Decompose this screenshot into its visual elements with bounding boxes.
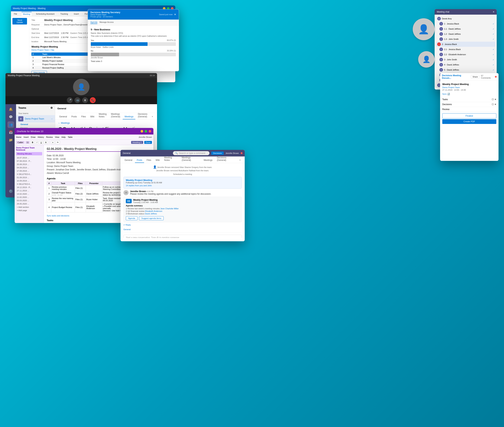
numbered-list-button[interactable]: ≔	[55, 141, 60, 144]
ribbon-insert[interactable]: Insert	[23, 136, 29, 138]
ribbon-review[interactable]: Review	[46, 136, 53, 138]
popup-tab-access[interactable]: Manage Access	[100, 21, 114, 24]
onenote-minimize[interactable]	[141, 130, 143, 132]
bold-button[interactable]: B	[30, 141, 35, 144]
tab-files[interactable]: Files	[79, 114, 88, 119]
font-size[interactable]: 11	[25, 141, 30, 144]
italic-button[interactable]: I	[35, 141, 38, 144]
chat-participant-6[interactable]: 2 2.1 · Jessica Black ✓	[436, 47, 495, 52]
onenote-page-11[interactable]: 14.02.2020 ...	[16, 192, 42, 196]
r2-file[interactable]: Files (1)	[75, 197, 86, 202]
done-button[interactable]: Done	[144, 141, 152, 144]
heading-dropdown[interactable]: Heading 1	[131, 141, 143, 144]
r0-file[interactable]: Files (1)	[75, 185, 86, 191]
section-meeting-minutes[interactable]: Meeting Minutes	[16, 152, 42, 155]
tab-decisions-general[interactable]: Decisions (General)	[136, 112, 149, 119]
decisions-check-icon[interactable]: ☐	[492, 103, 494, 106]
onenote-close[interactable]	[149, 130, 151, 132]
tab-add[interactable]: +	[150, 114, 155, 119]
finalize-button[interactable]: Finalize	[442, 113, 496, 118]
onenote-page-9[interactable]: 18.12.2019 - P...	[16, 186, 42, 189]
task-check-icon[interactable]: ☐	[492, 98, 494, 101]
chat-participant-7[interactable]: 2 2.2 · Elizabeth Anderson ✓	[436, 52, 495, 57]
chat-participant-1[interactable]: 1 1 · Jessica Black ✓	[436, 21, 495, 26]
r1-file[interactable]: Files (2)	[75, 191, 86, 197]
onenote-page-16[interactable]: + Add page	[16, 209, 42, 212]
sidebar-icon-chat[interactable]: 💬	[7, 114, 14, 120]
posts-tab-posts[interactable]: Posts	[135, 158, 144, 163]
decisions-team[interactable]: Demo Project Team	[442, 86, 496, 88]
settings-icon[interactable]: ⚙️	[7, 188, 14, 194]
replies-count[interactable]: 14 replies from you and John	[126, 184, 239, 187]
share-button[interactable]: Share	[471, 75, 480, 79]
tab-meeting-notes[interactable]: Meeting Notes	[97, 112, 109, 119]
onenote-page-1[interactable]: 07.08.2019 - P...	[16, 159, 42, 163]
ribbon-draw[interactable]: Draw	[31, 136, 36, 138]
chat-close-icon[interactable]: ✕	[493, 11, 495, 13]
ribbon-tracking[interactable]: Tracking	[59, 12, 69, 16]
chat-participant-2[interactable]: 1 1.1 · David Jeffries ✓	[436, 26, 495, 31]
onenote-page-15[interactable]: + Add section	[16, 206, 42, 209]
channel-general[interactable]: General	[16, 122, 55, 126]
team-demo-project[interactable]: D Demo Project Team ···	[16, 115, 55, 122]
onenote-page-0[interactable]: 16.07.2019 ...	[16, 156, 42, 159]
task-x-icon[interactable]: ✕	[495, 98, 496, 101]
end-call-button[interactable]: 📞	[90, 97, 96, 103]
bullet-list-button[interactable]: ≡	[51, 141, 55, 144]
sidebar-icon-files[interactable]: 📁	[7, 137, 14, 143]
search-bar[interactable]: 🔍 Search or type a command	[173, 151, 209, 155]
posts-tab-meetings[interactable]: Meetings	[202, 158, 214, 163]
more-options-icon[interactable]: ···	[51, 118, 53, 120]
onenote-page-3[interactable]: 04.09.2019 ...	[16, 166, 42, 169]
filter-icon[interactable]: ⚙	[50, 106, 53, 109]
onenote-page-13[interactable]: 03.03.2020 ...	[16, 199, 42, 202]
chat-participant-10[interactable]: 5 5 · David Jeffries ✓	[436, 67, 495, 72]
onenote-page-5[interactable]: X DELETED-0...	[16, 173, 42, 176]
chat-participant-9[interactable]: 4 4 · David Jeffries ✓	[436, 62, 495, 67]
ribbon-file[interactable]: File	[12, 12, 19, 16]
onenote-page-14[interactable]: 29.05.2020 ...	[16, 202, 42, 206]
font-family[interactable]: Calibri	[16, 141, 25, 144]
ribbon-history[interactable]: History	[38, 136, 44, 138]
chat-participant-5[interactable]: 2 2 · Jessica Black	[436, 42, 495, 47]
posts-close[interactable]	[241, 152, 243, 154]
create-pdf-button[interactable]: Create PDF	[442, 119, 496, 124]
posts-tab-meetings-general[interactable]: Meetings (General)	[180, 155, 201, 163]
sync-button[interactable]: Sync 🔄	[442, 93, 450, 95]
new-conversation-input[interactable]: Start a new conversation. Type @ to ment…	[123, 235, 242, 238]
onenote-page-2[interactable]: 20.08.2019 ...	[16, 163, 42, 166]
strikethrough-button[interactable]: S	[44, 141, 48, 144]
mic-button[interactable]: 🎤	[67, 97, 73, 103]
onenote-page-12[interactable]: 11.02.2020 ...	[16, 196, 42, 199]
posts-tab-wiki[interactable]: Wiki	[154, 158, 162, 163]
chat-participant-3[interactable]: 1 1.2 · David Jeffries ✓	[436, 31, 495, 37]
decisions-doc-close[interactable]	[495, 76, 497, 78]
sidebar-icon-activity[interactable]: 🔔	[7, 106, 14, 113]
onenote-page-7[interactable]: 10.09.2019 ...	[16, 179, 42, 183]
ribbon-table[interactable]: Table	[68, 136, 73, 138]
ribbon-insert[interactable]: Insert	[72, 12, 80, 16]
posts-tab-add[interactable]: +	[237, 158, 243, 163]
screen-share-button[interactable]: 🖥	[82, 97, 88, 103]
sidebar-icon-teams[interactable]: 👥	[7, 121, 14, 128]
onenote-page-6[interactable]: 01.09.2019 ...	[16, 176, 42, 179]
ribbon-help[interactable]: Help	[61, 136, 66, 138]
onenote-page-4[interactable]: 17.09.2019 ...	[16, 169, 42, 173]
ribbon-home[interactable]: Home	[16, 136, 21, 138]
ribbon-view[interactable]: View	[55, 136, 59, 138]
r3-file[interactable]: Files (1)	[75, 202, 86, 212]
reply-link[interactable]: ↩ Reply	[123, 224, 242, 226]
decisions-x-icon[interactable]: ✕	[495, 103, 496, 106]
video-button[interactable]: 📹	[74, 97, 80, 103]
tab-meetings[interactable]: Meetings	[123, 114, 135, 119]
send-update-button[interactable]: Send Update	[12, 18, 27, 24]
tab-general-posts[interactable]: General	[57, 114, 69, 119]
chat-participant-8[interactable]: 3 3 · John Smith ✓	[436, 57, 495, 62]
ribbon-meeting[interactable]: Meeting	[22, 12, 32, 16]
ribbon-scheduling[interactable]: Scheduling Assistant	[35, 12, 56, 16]
posts-tab-decisions[interactable]: Decisions (General)	[215, 155, 237, 163]
tab-wiki[interactable]: Wiki	[88, 114, 96, 119]
onenote-page-10[interactable]: 27.11.2019 ...	[16, 189, 42, 192]
decisions-tab-button[interactable]: Decisions	[211, 152, 224, 155]
onenote-page-8[interactable]: X DELETED-0...	[16, 183, 42, 186]
